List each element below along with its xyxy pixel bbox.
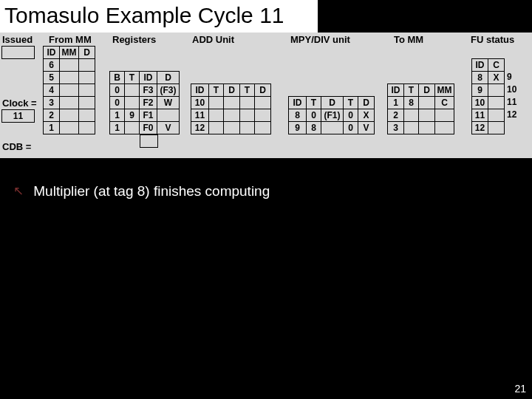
slide-title: Tomasulo Example Cycle 11 xyxy=(0,0,318,33)
frommm-r4: 2 xyxy=(44,109,60,122)
hdr-registers: Registers xyxy=(112,34,156,45)
reg-h-b: B xyxy=(110,72,125,84)
mpydiv-table: ID T D T D 80(F1)0X 980V xyxy=(288,96,375,134)
reg-h-id: ID xyxy=(140,72,157,84)
clock-value: 11 xyxy=(2,110,35,123)
frommm-r0: 6 xyxy=(44,59,60,72)
page-number: 21 xyxy=(514,383,526,395)
tomm-table: ID T D MM 18C 2 3 xyxy=(387,83,454,134)
bullet-text: Multiplier (at tag 8) finishes computing xyxy=(33,183,270,199)
issued-box xyxy=(1,46,35,59)
hdr-tomm: To MM xyxy=(394,34,423,45)
registers-cdb-box xyxy=(140,134,158,148)
bullet-row: ↖ Multiplier (at tag 8) finishes computi… xyxy=(0,183,532,200)
frommm-h-id: ID xyxy=(44,47,60,59)
reg-h-d: D xyxy=(157,72,180,84)
frommm-table: ID MM D 6 5 4 3 2 1 xyxy=(43,46,95,134)
hdr-clock: Clock = xyxy=(2,98,37,109)
hdr-frommm: From MM xyxy=(49,34,92,45)
hdr-mpydiv: MPY/DIV unit xyxy=(290,34,350,45)
hdr-issued: Issued xyxy=(2,34,33,45)
hdr-fustatus: FU status xyxy=(471,34,514,45)
fustatus-labels: 9 10 11 12 xyxy=(507,71,522,121)
frommm-h-mm: MM xyxy=(60,47,79,59)
hdr-cdb: CDB = xyxy=(2,141,31,152)
hdr-addunit: ADD Unit xyxy=(192,34,234,45)
frommm-h-d: D xyxy=(79,47,95,59)
frommm-r5: 1 xyxy=(44,122,60,134)
tomasulo-diagram: Issued From MM Registers ADD Unit MPY/DI… xyxy=(0,33,532,158)
fustatus-table: ID C 8X 9 10 11 12 xyxy=(471,58,505,134)
registers-table: B T ID D 0F3(F3) 0F2W 19F1 1F0V xyxy=(109,71,180,134)
arrow-up-left-icon: ↖ xyxy=(13,183,24,199)
reg-h-t: T xyxy=(125,72,140,84)
addunit-table: ID T D T D 10 11 12 xyxy=(191,83,271,134)
frommm-r2: 4 xyxy=(44,84,60,97)
clock-box: 11 xyxy=(1,109,35,123)
frommm-r3: 3 xyxy=(44,97,60,109)
frommm-r1: 5 xyxy=(44,72,60,84)
